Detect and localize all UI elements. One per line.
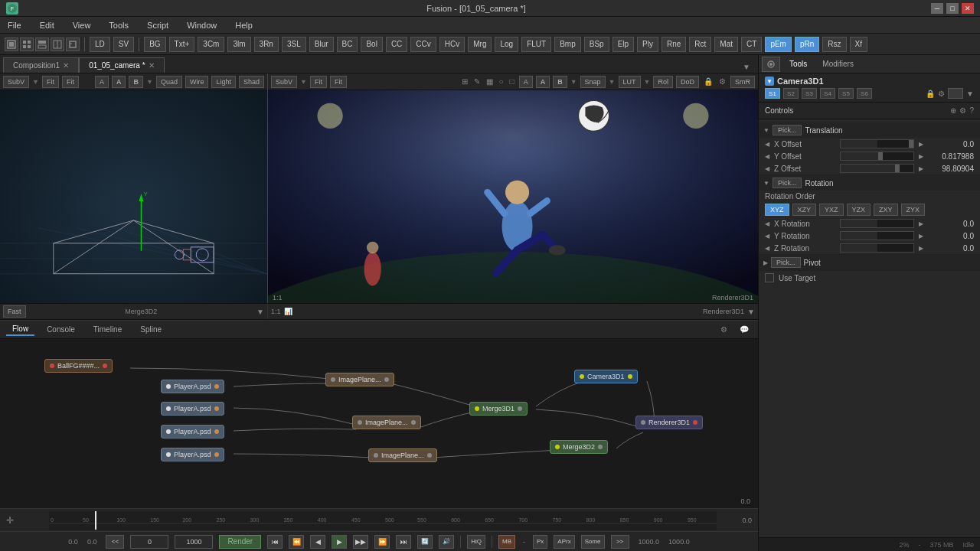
transport-hiq[interactable]: HiQ [467,535,485,549]
transport-skip-start[interactable]: ⏮ [267,535,283,549]
viewport-main[interactable]: SubV ▼ Fit Fit ⊞ ✎ ▦ ○ □ A A B ▼ Snap [268,73,758,303]
slot-s2[interactable]: S2 [783,88,799,99]
vp3d-chevron[interactable]: ▼ [146,78,153,86]
vp3d-fit1-btn[interactable]: Fit [42,76,59,88]
node-playera2[interactable]: PlayerA.psd [161,402,224,416]
z-rot-left-arrow[interactable]: ◀ [765,245,769,252]
node-merge3d2[interactable]: Merge3D2 [550,440,608,454]
x-rot-right-arrow[interactable]: ▶ [919,220,923,227]
vp-subv-btn[interactable]: SubV [271,76,297,88]
timeline-ruler[interactable]: 0 50 100 150 200 250 300 350 400 450 500… [49,511,717,530]
vp-chevron[interactable]: ▼ [570,78,577,86]
toolbar-cc[interactable]: CC [386,37,407,52]
slot-s1[interactable]: S1 [765,88,780,99]
transport-some[interactable]: Some [581,535,605,549]
toolbar-prn[interactable]: pRn [795,37,819,52]
transport-arrow-left[interactable]: << [106,535,124,549]
transport-play[interactable]: ▶ [332,535,347,549]
toolbar-ply[interactable]: Ply [637,37,658,52]
menu-script[interactable]: Script [142,19,173,31]
node-playera1[interactable]: PlayerA.psd [161,380,224,393]
toolbar-bg[interactable]: BG [144,37,165,52]
flow-tab-console[interactable]: Console [41,324,81,335]
menu-edit[interactable]: Edit [35,19,59,31]
vp-icon-3[interactable]: ▦ [486,77,493,86]
z-rot-right-arrow[interactable]: ▶ [919,245,923,252]
slot-s6[interactable]: S6 [857,88,872,99]
transport-next[interactable]: ⏩ [374,535,390,549]
vp3d-ab-btn[interactable]: A [112,76,126,88]
vp3d-wire-btn[interactable]: Wire [185,76,209,88]
flow-icon-1[interactable]: ⚙ [720,325,727,334]
timeline-bar[interactable]: ✛ 0 50 100 150 200 250 300 350 400 [0,508,758,531]
y-rot-right-arrow[interactable]: ▶ [919,233,923,240]
toolbar-xf[interactable]: Xf [850,37,867,52]
toolbar-log[interactable]: Log [495,37,518,52]
vp3d-shad-btn[interactable]: Shad [239,76,264,88]
vp3d-b-btn[interactable]: B [129,76,143,88]
toolbar-3sl[interactable]: 3SL [282,37,306,52]
vp-lut-btn[interactable]: LUT [619,76,641,88]
node-camera3d1[interactable]: Camera3D1 [574,370,638,383]
panel-tab-modifiers[interactable]: Modifiers [816,58,860,70]
ctrl-help-icon[interactable]: ? [969,106,974,115]
y-offset-slider[interactable] [840,152,914,161]
vp-snap-arrow[interactable]: ▼ [609,78,616,86]
toolbar-elp[interactable]: Elp [612,37,634,52]
menu-window[interactable]: Window [182,19,221,31]
toolbar-icon-3[interactable] [35,37,49,51]
vp3d-fit2-btn[interactable]: Fit [62,76,79,88]
panel-pin-btn[interactable] [762,57,780,72]
node-playera3[interactable]: PlayerA.psd [161,425,224,439]
toolbar-ct[interactable]: CT [741,37,762,52]
rot-xyz-btn[interactable]: XYZ [765,204,789,216]
toolbar-bmp[interactable]: Bmp [554,37,581,52]
vp-rol-btn[interactable]: Rol [653,76,673,88]
transport-skip-end[interactable]: ⏭ [396,535,411,549]
vp-main-arrow-down[interactable]: ▼ [747,308,755,316]
x-offset-right-arrow[interactable]: ▶ [919,141,923,148]
toolbar-bc[interactable]: BC [337,37,358,52]
vp-icon-4[interactable]: ○ [499,77,504,86]
rot-zyx-btn[interactable]: ZYX [901,204,926,216]
pivot-header[interactable]: ▶ Pick... Pivot [759,255,980,270]
tab-close-composition1[interactable]: ✕ [63,61,69,70]
transport-aprx[interactable]: APrx [554,535,574,549]
render-button[interactable]: Render [219,535,261,549]
vp-settings-icon[interactable]: ⚙ [719,77,726,86]
x-rotation-slider[interactable] [840,219,914,228]
transport-prev[interactable]: ◀ [310,535,325,549]
rotation-pick-btn[interactable]: Pick... [773,178,802,188]
ctrl-3d-icon[interactable]: ⊕ [950,106,956,115]
minimize-button[interactable]: ─ [931,3,943,14]
slot-s5[interactable]: S5 [838,88,854,99]
total-frames-display[interactable]: 1000 [175,535,213,549]
node-imageplane2[interactable]: ImagePlane... [352,416,421,429]
toolbar-mrg[interactable]: Mrg [468,37,492,52]
rot-yxz-btn[interactable]: YXZ [819,204,844,216]
toolbar-ccv[interactable]: CCv [410,37,436,52]
slot-s4[interactable]: S4 [820,88,835,99]
flow-tab-spline[interactable]: Spline [134,324,168,335]
node-merge3d1[interactable]: Merge3D1 [469,402,528,416]
slot-s3[interactable]: S3 [802,88,817,99]
pivot-pick-btn[interactable]: Pick... [771,257,801,268]
viewport-3d[interactable]: SubV ▼ Fit Fit A A B ▼ Quad Wire Light S… [0,73,268,303]
vp3d-scene[interactable]: Y Perspective [0,90,267,303]
z-offset-slider[interactable] [840,164,914,173]
vp3d-light-btn[interactable]: Light [211,76,236,88]
vp-ab-bold[interactable]: A [536,76,550,88]
vp3d-quad-btn[interactable]: Quad [156,76,182,88]
toolbar-ld[interactable]: LD [90,37,110,52]
vp-icon-5[interactable]: □ [510,77,514,86]
panel-tab-tools[interactable]: Tools [783,58,813,70]
node-playera4[interactable]: PlayerA.psd [161,448,224,461]
x-rot-left-arrow[interactable]: ◀ [765,220,769,227]
toolbar-bsp[interactable]: BSp [584,37,609,52]
ctrl-settings-icon[interactable]: ⚙ [959,106,966,115]
playhead[interactable] [95,511,96,530]
vp3d-arrow-down[interactable]: ▼ [256,308,264,316]
toolbar-icon-1[interactable] [5,37,18,51]
toolbar-mat[interactable]: Mat [714,37,738,52]
transport-px[interactable]: Px [533,535,547,549]
